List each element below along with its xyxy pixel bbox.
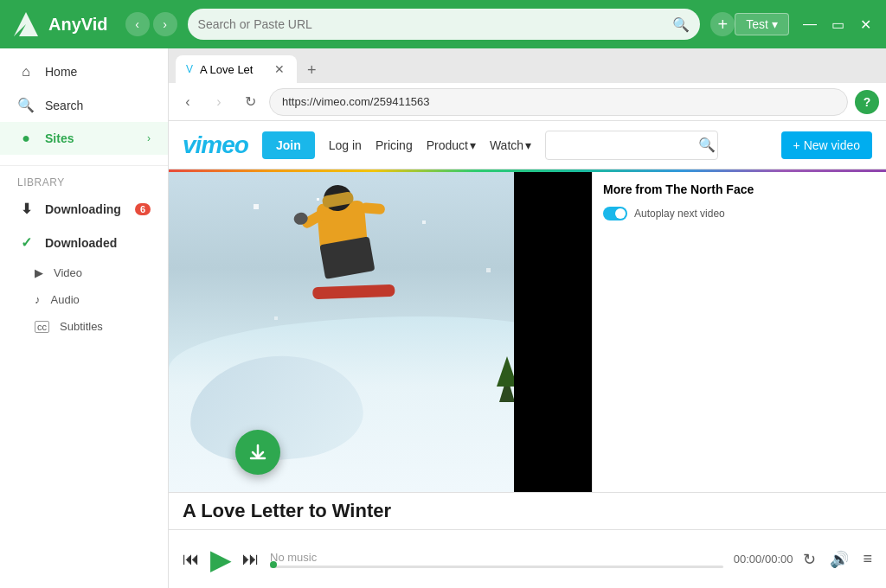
prev-button[interactable]: ⏮	[183, 549, 200, 569]
forward-button[interactable]: ›	[153, 12, 177, 36]
sidebar-item-label: Sites	[45, 131, 74, 145]
tab-close-button[interactable]: ✕	[273, 62, 286, 76]
player-right-controls: ↻ 🔊 ≡	[803, 550, 872, 569]
titlebar-right: Test ▾ — ▭ ✕	[735, 13, 876, 35]
vimeo-search-bar: 🔍	[545, 131, 718, 160]
sidebar-item-label: Search	[45, 99, 83, 112]
browser-back-button[interactable]: ‹	[176, 90, 200, 114]
snow-particle-5	[274, 316, 278, 320]
no-music-label: No music	[270, 551, 723, 564]
tree-1	[499, 350, 515, 402]
no-music-area: No music	[270, 551, 723, 568]
minimize-button[interactable]: —	[799, 16, 820, 33]
vimeo-pricing-link[interactable]: Pricing	[376, 138, 413, 152]
vimeo-new-video-button[interactable]: + New video	[781, 131, 872, 159]
back-button[interactable]: ‹	[125, 12, 150, 36]
autoplay-row: Autoplay next video	[603, 203, 876, 224]
search-icon[interactable]: 🔍	[672, 16, 690, 33]
play-button[interactable]: ▶	[210, 543, 232, 576]
repeat-button[interactable]: ↻	[803, 550, 816, 569]
vimeo-search-input[interactable]	[553, 138, 698, 151]
subtitles-icon: cc	[35, 321, 49, 333]
video-icon: ▶	[35, 266, 43, 279]
vimeo-watch-menu[interactable]: Watch ▾	[490, 138, 531, 152]
autoplay-label: Autoplay next video	[634, 208, 725, 220]
add-tab-plus[interactable]: +	[300, 61, 324, 80]
browser-forward-button[interactable]: ›	[207, 90, 231, 114]
video-black-right	[514, 172, 592, 492]
tab-favicon: V	[186, 63, 193, 75]
sidebar-item-downloaded[interactable]: ✓ Downloaded	[0, 226, 168, 259]
player-bar: ⏮ ▶ ⏭ No music 00:00/00:00 ↻ 🔊 ≡	[169, 529, 886, 588]
url-text: https://vimeo.com/259411563	[282, 95, 430, 108]
tab-title: A Love Let	[200, 63, 266, 76]
downloading-badge: 6	[135, 203, 151, 215]
volume-button[interactable]: 🔊	[830, 550, 849, 569]
progress-dot	[270, 561, 277, 568]
sidebar: ⌂ Home 🔍 Search ● Sites › Library ⬇ Down…	[0, 48, 169, 588]
search-bar: 🔍	[188, 9, 701, 40]
vimeo-product-menu[interactable]: Product ▾	[427, 138, 476, 152]
audio-label: Audio	[51, 293, 80, 306]
vimeo-search-area: 🔍	[545, 131, 718, 160]
browser-nav-arrows: ‹ ›	[125, 12, 177, 36]
side-panel: More from The North Face Autoplay next v…	[592, 172, 886, 492]
content-area: More from The North Face Autoplay next v…	[169, 172, 886, 492]
browser-tab[interactable]: V A Love Let ✕	[176, 55, 297, 83]
titlebar: AnyVid ‹ › 🔍 + Test ▾ — ▭ ✕	[0, 0, 886, 48]
sites-icon: ●	[17, 131, 35, 146]
video-title-bar: A Love Letter to Winter	[169, 492, 886, 529]
video-container	[169, 172, 592, 492]
snow-particle-3	[486, 268, 491, 272]
divider	[0, 165, 168, 166]
sidebar-item-downloading[interactable]: ⬇ Downloading 6	[0, 192, 168, 226]
sidebar-item-label: Home	[45, 65, 77, 79]
sidebar-sub-item-subtitles[interactable]: cc Subtitles	[0, 313, 168, 340]
browser-nav-bar: ‹ › ↻ https://vimeo.com/259411563 ?	[169, 83, 886, 121]
snow-particle-2	[422, 220, 426, 224]
watch-chevron-icon: ▾	[525, 138, 531, 152]
sidebar-nav: ⌂ Home 🔍 Search ● Sites ›	[0, 48, 168, 162]
sidebar-item-home[interactable]: ⌂ Home	[0, 55, 168, 88]
downloading-label: Downloading	[45, 202, 121, 216]
sidebar-sub-item-audio[interactable]: ♪ Audio	[0, 286, 168, 313]
search-input[interactable]	[198, 17, 673, 31]
vimeo-login-link[interactable]: Log in	[329, 138, 362, 152]
subtitles-label: Subtitles	[60, 320, 103, 333]
add-tab-button[interactable]: +	[710, 12, 735, 36]
browser-refresh-button[interactable]: ↻	[238, 90, 262, 114]
autoplay-toggle[interactable]	[603, 207, 627, 220]
progress-bar[interactable]	[270, 566, 723, 568]
url-bar[interactable]: https://vimeo.com/259411563	[269, 88, 848, 116]
downloaded-label: Downloaded	[45, 236, 117, 250]
app-name: AnyVid	[48, 15, 108, 35]
downloaded-icon: ✓	[17, 234, 35, 251]
sites-arrow-icon: ›	[147, 132, 151, 144]
next-button[interactable]: ⏭	[242, 549, 260, 569]
download-fab-button[interactable]	[235, 430, 280, 475]
download-icon	[248, 443, 267, 462]
sidebar-item-sites[interactable]: ● Sites ›	[0, 122, 168, 155]
window-controls: — ▭ ✕	[799, 16, 876, 33]
search-nav-icon: 🔍	[17, 97, 35, 113]
video-label: Video	[54, 266, 82, 279]
sidebar-sub-item-video[interactable]: ▶ Video	[0, 259, 168, 286]
snow-particle-4	[317, 198, 319, 201]
user-menu-button[interactable]: Test ▾	[735, 13, 789, 35]
sidebar-item-search[interactable]: 🔍 Search	[0, 88, 168, 122]
vimeo-join-button[interactable]: Join	[262, 131, 315, 159]
vimeo-search-icon: 🔍	[698, 137, 716, 153]
browser-area: V A Love Let ✕ + ‹ › ↻ https://vimeo.com…	[169, 48, 886, 588]
vimeo-navbar: vimeo Join Log in Pricing Product ▾ Watc…	[169, 121, 886, 169]
main-layout: ⌂ Home 🔍 Search ● Sites › Library ⬇ Down…	[0, 48, 886, 588]
close-button[interactable]: ✕	[855, 16, 876, 33]
vimeo-logo: vimeo	[183, 131, 248, 159]
playlist-button[interactable]: ≡	[863, 550, 872, 568]
home-icon: ⌂	[17, 64, 35, 80]
help-button[interactable]: ?	[855, 90, 879, 114]
tab-bar: V A Love Let ✕ +	[169, 48, 886, 83]
side-panel-title: More from The North Face	[603, 182, 876, 196]
maximize-button[interactable]: ▭	[827, 16, 848, 33]
snowboarder-figure	[304, 179, 390, 293]
library-header: Library	[0, 169, 168, 192]
